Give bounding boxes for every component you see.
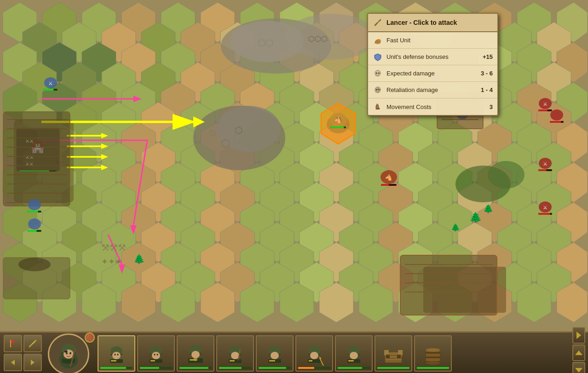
svg-point-331	[376, 72, 377, 74]
svg-line-323	[378, 21, 379, 23]
tooltip-fast-unit-row: Fast Unit	[368, 32, 497, 49]
retaliation-damage-label: Retaliation damage	[386, 86, 477, 93]
svg-marker-346	[11, 340, 16, 344]
flag-button[interactable]	[4, 335, 22, 352]
svg-rect-279	[381, 184, 389, 186]
svg-rect-303	[28, 230, 37, 232]
svg-point-338	[378, 89, 380, 90]
svg-rect-275	[330, 126, 344, 128]
bottom-bar: ⭕	[0, 331, 588, 373]
svg-rect-341	[375, 91, 376, 92]
svg-text:🐴: 🐴	[334, 116, 342, 124]
svg-rect-339	[377, 92, 378, 93]
movement-costs-value: 3	[490, 103, 493, 110]
svg-line-348	[33, 342, 35, 344]
svg-rect-345	[10, 340, 11, 347]
avatar-image	[48, 333, 89, 373]
tooltip-title-row[interactable]: Lancer - Click to attack	[368, 14, 497, 32]
svg-point-298	[28, 199, 41, 210]
svg-rect-333	[377, 75, 378, 76]
unit-card-6[interactable]	[295, 335, 333, 372]
svg-rect-407	[386, 355, 390, 358]
svg-marker-419	[575, 350, 582, 355]
svg-rect-267	[538, 169, 547, 171]
svg-text:⚔: ⚔	[543, 161, 548, 166]
scroll-up-button[interactable]	[572, 344, 585, 361]
svg-text:⬡⬡: ⬡⬡	[258, 38, 273, 48]
player-avatar: ⭕	[48, 333, 94, 373]
svg-rect-340	[378, 92, 379, 93]
svg-rect-260	[538, 109, 548, 111]
sword-button[interactable]	[23, 335, 42, 352]
svg-point-378	[191, 351, 200, 358]
tooltip-panel: Lancer - Click to attack Fast Unit Unit'…	[367, 13, 498, 116]
unit-cards-container	[94, 333, 570, 373]
unit-card-4[interactable]	[216, 335, 254, 372]
svg-text:⚔: ⚔	[543, 205, 548, 210]
unit-card-1[interactable]	[98, 335, 135, 372]
svg-point-261	[550, 109, 563, 121]
svg-point-383	[231, 352, 239, 359]
svg-point-366	[117, 354, 119, 356]
svg-rect-271	[538, 213, 550, 215]
svg-rect-300	[28, 211, 38, 212]
svg-rect-334	[378, 75, 379, 76]
svg-point-365	[115, 354, 116, 356]
svg-rect-396	[309, 360, 312, 362]
tooltip-defense-row: Unit's defense bonuses +15	[368, 49, 497, 65]
svg-rect-408	[397, 355, 401, 358]
svg-text:⚔: ⚔	[543, 101, 548, 107]
tooltip-movement-row: Movement Costs 3	[368, 98, 497, 115]
unit-card-5[interactable]	[256, 335, 294, 372]
svg-point-416	[426, 348, 440, 352]
svg-text:⬡: ⬡	[235, 125, 242, 135]
svg-point-373	[157, 354, 158, 356]
svg-text:🌲: 🌲	[469, 211, 482, 224]
unit-card-2[interactable]	[137, 335, 175, 372]
defense-bonuses-value: +15	[483, 53, 493, 60]
game-map[interactable]: ⚔ 🏰 ⚔⚔ ⚔⚔ ⚔⚔ ⚔ ⚔ ⚔ 🐴	[0, 0, 588, 331]
svg-rect-285	[3, 112, 70, 206]
unit-card-7[interactable]	[335, 335, 373, 372]
svg-point-301	[28, 218, 41, 230]
svg-point-226	[488, 161, 525, 189]
svg-point-320	[285, 14, 377, 60]
svg-text:⬡: ⬡	[221, 137, 231, 149]
svg-rect-344	[376, 109, 380, 109]
movement-icon	[373, 102, 383, 112]
fast-unit-label: Fast Unit	[386, 37, 493, 44]
svg-rect-403	[348, 360, 354, 362]
svg-text:✦✦✦: ✦✦✦	[101, 257, 122, 266]
tooltip-title: Lancer - Click to attack	[386, 19, 457, 26]
shield-icon	[373, 52, 383, 62]
movement-costs-label: Movement Costs	[386, 103, 486, 110]
svg-point-364	[112, 352, 121, 359]
svg-rect-385	[230, 360, 235, 362]
unit-card-3[interactable]	[177, 335, 214, 372]
svg-marker-418	[576, 332, 581, 339]
expected-damage-value: 3 - 6	[481, 70, 493, 77]
svg-point-332	[378, 72, 380, 74]
unit-card-8[interactable]	[375, 335, 412, 372]
svg-point-401	[350, 352, 358, 359]
svg-point-297	[18, 258, 51, 271]
svg-rect-413	[425, 352, 441, 354]
retaliation-damage-value: 1 - 4	[481, 86, 493, 93]
tooltip-retaliation-row: Retaliation damage 1 - 4	[368, 82, 497, 98]
scroll-down-button[interactable]	[572, 362, 585, 373]
svg-rect-414	[425, 356, 441, 358]
svg-marker-420	[575, 368, 582, 373]
unit-card-9[interactable]	[414, 335, 452, 372]
svg-point-394	[310, 352, 318, 359]
skull-attack-icon	[373, 69, 383, 79]
svg-point-337	[376, 89, 377, 90]
skull-retaliation-icon	[373, 85, 383, 95]
scroll-right-button[interactable]	[572, 327, 585, 344]
expected-damage-label: Expected damage	[386, 70, 477, 77]
arrow-right-button[interactable]	[23, 354, 42, 371]
svg-point-361	[64, 350, 67, 352]
svg-text:⬡: ⬡	[209, 129, 216, 137]
arrow-left-button[interactable]	[4, 354, 22, 371]
defense-bonuses-label: Unit's defense bonuses	[386, 53, 479, 60]
svg-rect-375	[150, 360, 155, 362]
